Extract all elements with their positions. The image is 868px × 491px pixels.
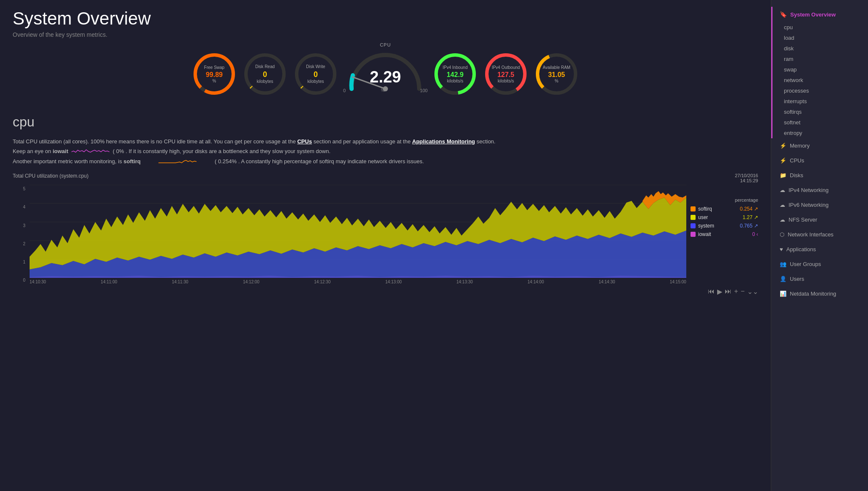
iowait-paren-open: ( — [113, 148, 115, 154]
softirq-pct: 0.254% — [218, 158, 237, 165]
x-label-6: 14:13:30 — [456, 280, 473, 284]
iowait-dot — [691, 232, 696, 237]
softirq-value: 0.254 ↗ — [740, 206, 758, 212]
sidebar-ipv4[interactable]: ☁ IPv4 Networking — [771, 183, 868, 197]
sidebar-item-disk[interactable]: disk — [771, 43, 868, 54]
ipv4-inbound-gauge: IPv4 Inbound 142.9 kilobits/s — [432, 51, 478, 97]
page-subtitle: Overview of the key system metrics. — [13, 31, 758, 38]
sidebar-network-interfaces[interactable]: ⬡ Network Interfaces — [771, 227, 868, 242]
apps-label: Applications — [786, 246, 816, 252]
sidebar-applications[interactable]: ♥ Applications — [771, 242, 868, 257]
sidebar-cpus[interactable]: ⚡ CPUs — [771, 153, 868, 168]
disk-read-unit: kilobytes — [257, 79, 273, 84]
legend-softirq: softirq 0.254 ↗ — [691, 206, 758, 212]
sidebar-item-ram[interactable]: ram — [771, 54, 868, 64]
chart-date: 27/10/2016 — [735, 173, 758, 178]
chart-x-labels: 14:10:30 14:11:00 14:11:30 14:12:00 14:1… — [30, 280, 686, 284]
iowait-word: iowait — [53, 148, 68, 154]
users-icon: 👤 — [780, 276, 786, 282]
avail-ram-gauge: Available RAM 31.05 % — [533, 51, 580, 97]
chart-time: 14:15:29 — [735, 178, 758, 183]
system-dot — [691, 223, 696, 228]
softirq-word: softirq — [123, 158, 140, 165]
chart-controls: ⏮ ▶ ⏭ + − ⌄⌄ — [13, 288, 758, 296]
netif-icon: ⬡ — [780, 231, 784, 238]
chart-zoom-in-btn[interactable]: + — [734, 288, 738, 296]
main-content: System Overview Overview of the key syst… — [0, 0, 771, 491]
sidebar-item-interrupts[interactable]: interrupts — [771, 96, 868, 107]
disk-read-title: Disk Read — [255, 64, 275, 69]
chart-zoom-out-btn[interactable]: − — [741, 288, 745, 296]
sidebar-item-load[interactable]: load — [771, 33, 868, 43]
chart-play-btn[interactable]: ▶ — [717, 288, 722, 296]
softirq-label: softirq — [698, 206, 712, 212]
iowait-prefix: Keep an eye on — [13, 148, 51, 154]
sidebar-memory[interactable]: ⚡ Memory — [771, 138, 868, 153]
x-label-2: 14:11:30 — [172, 280, 188, 284]
iowait-pct: 0% — [116, 148, 124, 154]
ipv4-icon: ☁ — [780, 187, 785, 193]
free-swap-title: Free Swap — [204, 65, 224, 70]
chart-legend: percentage softirq 0.254 ↗ user 1.27 ↗ — [691, 185, 758, 284]
cpus-label: CPUs — [790, 157, 804, 164]
iowait-desc: . If it is constantly high, your disks a… — [126, 148, 330, 154]
cpu-gauge-unit: % — [381, 88, 385, 93]
sidebar-item-softnet[interactable]: softnet — [771, 117, 868, 128]
sidebar-nfs[interactable]: ☁ NFS Server — [771, 212, 868, 227]
ipv4-outbound-gauge: IPv4 Outbound 127.5 kilobits/s — [483, 51, 529, 97]
free-swap-gauge: Free Swap 99.89 % — [191, 51, 237, 97]
softirq-prefix: Another important metric worth monitorin… — [13, 158, 122, 165]
free-swap-value: 99.89 — [206, 71, 223, 79]
sidebar-users[interactable]: 👤 Users — [771, 272, 868, 286]
cpu-desc3: section. — [477, 138, 496, 145]
iowait-value: 0 ‹ — [752, 231, 758, 237]
cpu-gauge-min: 0 — [343, 88, 346, 93]
legend-system: system 0.765 ↗ — [691, 223, 758, 229]
sidebar-item-softirqs[interactable]: softirqs — [771, 107, 868, 117]
chart-prev-btn[interactable]: ⏮ — [708, 288, 715, 296]
avail-ram-unit: % — [555, 79, 559, 83]
x-label-3: 14:12:00 — [243, 280, 259, 284]
sidebar-system-overview[interactable]: 🔖 System Overview — [771, 7, 868, 22]
chart-next-btn[interactable]: ⏭ — [725, 288, 732, 296]
cpu-main-value: 2.29 — [370, 68, 401, 86]
x-label-5: 14:13:00 — [385, 280, 402, 284]
chart-download-btn[interactable]: ⌄⌄ — [747, 288, 758, 296]
y-tick-0: 0 — [23, 278, 25, 283]
disk-write-gauge: Disk Write 0 kilobytes — [292, 51, 339, 97]
sidebar-item-processes[interactable]: processes — [771, 85, 868, 96]
cpus-icon: ⚡ — [780, 157, 786, 164]
ipv6-label: IPv6 Networking — [789, 202, 829, 208]
y-tick-1: 1 — [23, 260, 25, 264]
system-label: system — [698, 223, 714, 229]
apps-monitoring-link[interactable]: Applications Monitoring — [412, 138, 475, 145]
users-label: Users — [790, 276, 804, 282]
usergroups-icon: 👥 — [780, 261, 786, 267]
disk-write-unit: kilobytes — [308, 79, 324, 84]
chart-main[interactable]: 14:10:30 14:11:00 14:11:30 14:12:00 14:1… — [30, 185, 686, 284]
cpu-gauge-max: 100 — [420, 88, 428, 93]
sidebar-item-entropy[interactable]: entropy — [771, 128, 868, 138]
cpus-link[interactable]: CPUs — [297, 138, 312, 145]
cpu-desc2: section and per application usage at the — [314, 138, 411, 145]
sidebar-ipv6[interactable]: ☁ IPv6 Networking — [771, 197, 868, 212]
sidebar-item-cpu[interactable]: cpu — [771, 22, 868, 33]
disk-read-gauge: Disk Read 0 kilobytes — [242, 51, 288, 97]
ipv4-inbound-value: 142.9 — [447, 71, 464, 79]
user-label: user — [698, 214, 708, 220]
sidebar-item-swap[interactable]: swap — [771, 64, 868, 75]
sidebar-item-network[interactable]: network — [771, 75, 868, 85]
y-tick-5: 5 — [23, 187, 25, 191]
x-label-4: 14:12:30 — [314, 280, 330, 284]
ipv4-inbound-title: IPv4 Inbound — [443, 65, 468, 70]
softirq-sparkline — [144, 158, 211, 165]
cpu-desc1: Total CPU utilization (all cores). 100% … — [13, 138, 296, 145]
cpu-description: Total CPU utilization (all cores). 100% … — [13, 137, 758, 166]
sidebar-user-groups[interactable]: 👥 User Groups — [771, 257, 868, 272]
sidebar-disks[interactable]: 📁 Disks — [771, 168, 868, 183]
disk-write-title: Disk Write — [306, 64, 325, 69]
sidebar-netdata[interactable]: 📊 Netdata Monitoring — [771, 286, 868, 301]
chart-title: Total CPU utilization (system.cpu) — [13, 173, 88, 179]
cpu-section-heading: cpu — [13, 114, 758, 130]
netdata-icon: 📊 — [780, 291, 786, 297]
